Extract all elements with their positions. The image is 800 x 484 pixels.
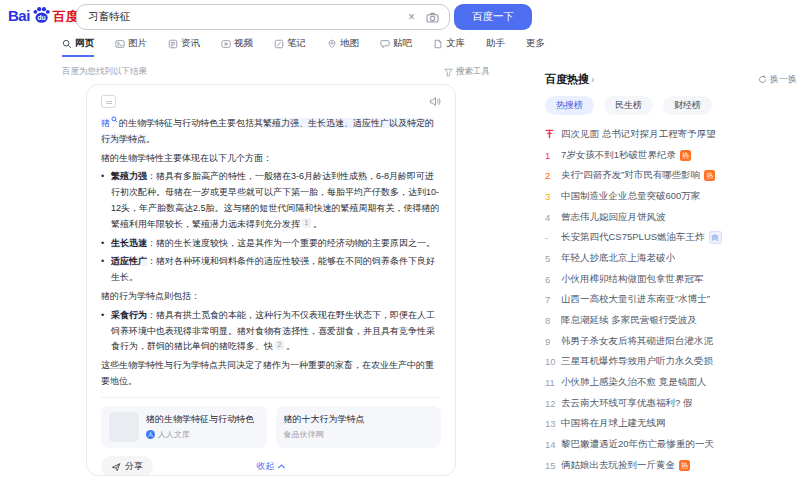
hot-search-item[interactable]: 4 曾志伟儿媳回应月饼风波 [545, 207, 797, 228]
hot-item-rank: 7 [545, 294, 561, 305]
funnel-icon [444, 68, 453, 77]
search-input[interactable] [77, 11, 401, 23]
nav-extra-更多[interactable]: 更多 [526, 37, 545, 55]
entity-search-icon[interactable] [111, 113, 118, 129]
collapse-button[interactable]: 收起 [257, 460, 286, 473]
text-segment: 这些生物学特性与行为学特点共同决定了猪作为一种重要的家畜，在农业生产中的重要地位… [101, 360, 434, 386]
entity-link[interactable]: 猪 [101, 118, 110, 128]
citation-marker[interactable]: 2 [275, 340, 284, 350]
hot-search-item[interactable]: 四次见面 总书记对探月工程寄予厚望 [545, 124, 797, 145]
baidu-logo-latin: Bai [8, 6, 30, 26]
hot-search-item[interactable]: 7 山西一高校大量引进东南亚“水博士” [545, 290, 797, 311]
hot-item-rank: 1 [545, 150, 561, 161]
ai-summary-icon [101, 95, 116, 108]
refresh-label: 换一换 [770, 73, 797, 86]
summary-paragraph: 猪的生物学特性主要体现在以下几个方面： [101, 151, 441, 167]
baidu-paw-icon: du [31, 5, 52, 26]
hot-search-item[interactable]: 11 小伙肺上感染久治不愈 竟是镜面人 [545, 372, 797, 393]
hot-search-title: 百度热搜 [545, 72, 589, 87]
clear-search-icon[interactable]: × [401, 5, 422, 29]
hot-item-text: 四次见面 总书记对探月工程寄予厚望 [561, 128, 716, 141]
card-footer: 分享 收起 [101, 457, 441, 476]
search-tools-button[interactable]: 搜索工具 [444, 66, 490, 78]
hot-item-rank: 9 [545, 336, 561, 347]
hot-item-rank: - [545, 232, 561, 243]
hot-search-item[interactable]: 6 小伙用榫卯结构做面包拿世界冠军 [545, 269, 797, 290]
hot-item-rank: 8 [545, 315, 561, 326]
result-tabs: 网页 图片 资讯 视频 笔记 地图 贴吧 文库 助手更多 [62, 37, 545, 57]
hot-search-item[interactable]: 2 央行“四箭齐发”对市民有哪些影响 热 [545, 165, 797, 186]
hot-item-rank: 2 [545, 170, 561, 181]
tab-图片[interactable]: 图片 [115, 37, 147, 57]
hot-search-tab-热搜榜[interactable]: 热搜榜 [545, 96, 594, 115]
share-button[interactable]: 分享 [101, 456, 153, 476]
text-segment: 繁殖力强 [111, 171, 147, 181]
hot-item-text: 山西一高校大量引进东南亚“水博士” [561, 293, 710, 306]
tab-label: 地图 [340, 37, 359, 50]
svg-text:du: du [37, 14, 45, 21]
ad-badge: 商 [709, 231, 722, 244]
hot-search-item[interactable]: 10 三星耳机爆炸导致用户听力永久受损 [545, 352, 797, 373]
tab-网页[interactable]: 网页 [62, 37, 94, 57]
tab-贴吧[interactable]: 贴吧 [380, 37, 412, 57]
hot-search-list: 四次见面 总书记对探月工程寄予厚望 1 7岁女孩不到1秒破世界纪录 热 2 央行… [545, 124, 797, 476]
hot-search-item[interactable]: 5 年轻人抄底北京上海老破小 [545, 248, 797, 269]
text-segment: 的生物学特征与行动特色主要包括其 [119, 118, 263, 128]
baidu-logo[interactable]: Bai du 百度 [8, 5, 79, 26]
nav-extra-助手[interactable]: 助手 [486, 37, 505, 55]
search-submit-button[interactable]: 百度一下 [454, 4, 532, 30]
hot-item-text: 黎巴嫩遭遇近20年伤亡最惨重的一天 [561, 438, 714, 451]
hot-search-item[interactable]: 15 俩姑娘出去玩捡到一斤黄金 热 [545, 455, 797, 476]
hot-search-item[interactable]: - 长安第四代CS75PLUS燃油车王炸 商 [545, 227, 797, 248]
hot-item-text: 中国将在月球上建无线网 [561, 417, 666, 430]
hot-search-title-link[interactable]: 百度热搜 › [545, 72, 594, 87]
tab-文库[interactable]: 文库 [433, 37, 465, 57]
hot-search-item[interactable]: 9 韩男子杀女友后将其砌进阳台灌水泥 [545, 331, 797, 352]
ai-card-header [101, 95, 441, 108]
bullet-marker: • [101, 169, 104, 185]
hot-search-item[interactable]: 1 7岁女孩不到1秒破世界纪录 热 [545, 145, 797, 166]
hot-badge: 热 [680, 150, 691, 161]
tab-label: 资讯 [181, 37, 200, 50]
hot-item-rank: 14 [545, 439, 561, 450]
hot-search-item[interactable]: 14 黎巴嫩遭遇近20年伤亡最惨重的一天 [545, 434, 797, 455]
hot-search-item[interactable]: 12 去云南大环线可享优惠福利? 假 [545, 393, 797, 414]
tab-资讯[interactable]: 资讯 [168, 37, 200, 57]
tab-地图[interactable]: 地图 [327, 37, 359, 57]
baidu-logo-cn: 百度 [53, 7, 79, 26]
hot-item-text: 央行“四箭齐发”对市民有哪些影响 [561, 169, 700, 182]
tab-笔记[interactable]: 笔记 [274, 37, 306, 57]
hot-item-text: 小伙肺上感染久治不愈 竟是镜面人 [561, 376, 706, 389]
summary-paragraph: 这些生物学特性与行为学特点共同决定了猪作为一种重要的家畜，在农业生产中的重要地位… [101, 358, 441, 390]
source-card[interactable]: 猪的生物学特征与行动特色 人 人人文库 [101, 406, 267, 448]
collapse-label: 收起 [257, 460, 275, 473]
hot-item-rank: 5 [545, 253, 561, 264]
source-card[interactable]: 猪的十大行为学特点 食品伙伴网 [276, 406, 442, 448]
text-segment: 采食行为 [111, 310, 147, 320]
chevron-right-icon: › [591, 75, 594, 85]
refresh-button[interactable]: 换一换 [758, 73, 797, 86]
text-segment: 。 [313, 219, 322, 229]
camera-search-icon[interactable] [422, 12, 449, 23]
card-divider [101, 397, 441, 398]
hot-search-tab-财经榜[interactable]: 财经榜 [663, 96, 712, 115]
hot-item-rank: 15 [545, 460, 561, 471]
search-box[interactable]: × [76, 4, 450, 30]
hot-item-text: 长安第四代CS75PLUS燃油车王炸 [561, 231, 705, 244]
tab-视频[interactable]: 视频 [221, 37, 253, 57]
hot-search-item[interactable]: 8 降息潮延续 多家民营银行受波及 [545, 310, 797, 331]
source-title: 猪的生物学特征与行动特色 [146, 413, 254, 426]
hot-search-tab-民生榜[interactable]: 民生榜 [604, 96, 653, 115]
summary-bullet: •生长迅速：猪的生长速度较快，这是其作为一个重要的经济动物的主要原因之一。 [101, 236, 441, 252]
doc-icon [433, 39, 443, 49]
hot-item-text: 中国制造业企业总量突破600万家 [561, 190, 700, 203]
summary-bullet: •适应性广：猪对各种环境和饲料条件的适应性较强，能够在不同的饲养条件下良好生长。 [101, 254, 441, 286]
tab-label: 视频 [234, 37, 253, 50]
source-thumbnail [109, 412, 139, 442]
hot-item-rank: 13 [545, 418, 561, 429]
citation-marker[interactable]: 1 [302, 218, 311, 228]
hot-search-item[interactable]: 3 中国制造业企业总量突破600万家 [545, 186, 797, 207]
speaker-icon[interactable] [429, 96, 441, 107]
hot-item-rank: 12 [545, 398, 561, 409]
hot-search-item[interactable]: 13 中国将在月球上建无线网 [545, 414, 797, 435]
